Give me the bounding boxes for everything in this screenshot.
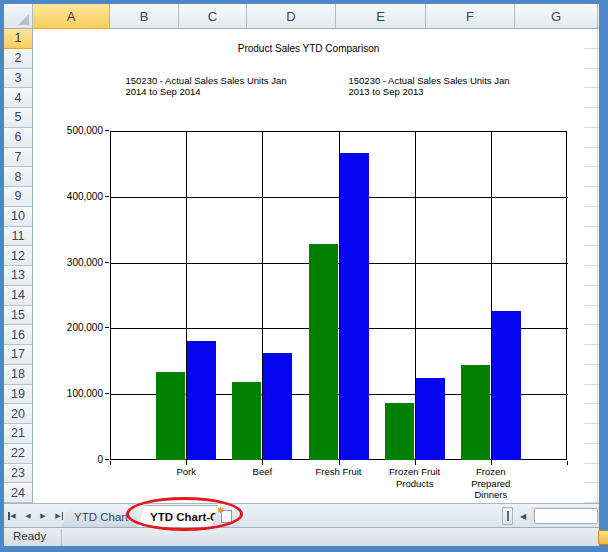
worksheet-horizontal-gridline [584,226,599,227]
worksheet-horizontal-gridline [584,423,599,424]
y-axis-label: 400,000 [33,191,103,202]
worksheet-horizontal-gridline [584,48,599,49]
legend-swatch-green [99,83,119,94]
worksheet-horizontal-gridline [584,384,599,385]
row-header-22[interactable]: 22 [4,444,32,464]
worksheet-horizontal-gridline [584,344,599,345]
bar-s2014-c3[interactable] [385,403,414,460]
x-axis-category-label: Fresh Fruit [310,466,368,478]
row-header-8[interactable]: 8 [4,167,32,187]
legend-label-2013: 150230 - Actual Sales Sales Units Jan 20… [349,75,519,97]
x-axis-tick [339,461,340,465]
select-all-triangle-icon [18,14,29,25]
bar-s2013-c3[interactable] [416,378,445,460]
worksheet-horizontal-gridline [584,127,599,128]
row-header-14[interactable]: 14 [4,286,32,306]
y-axis-tick [105,393,109,394]
x-axis-tick [567,461,568,465]
bar-s2013-c4[interactable] [492,311,521,460]
bar-s2013-c0[interactable] [187,341,216,460]
row-header-10[interactable]: 10 [4,207,32,227]
row-header-5[interactable]: 5 [4,108,32,128]
y-axis-tick [105,196,109,197]
y-axis-label: 100,000 [33,388,103,399]
column-header-c[interactable]: C [179,4,247,28]
bar-s2013-c2[interactable] [340,153,369,460]
x-axis-category-label: Frozen Prepared Dinners [462,466,520,501]
row-header-20[interactable]: 20 [4,404,32,424]
worksheet-horizontal-gridline [584,482,599,483]
excel-window: ABCDEFG 12345678910111213141516171819202… [0,0,608,552]
x-axis-category-label: Frozen Fruit Products [386,466,444,489]
legend-label-2014: 150230 - Actual Sales Sales Units Jan 20… [126,75,296,97]
chart-title: Product Sales YTD Comparison [33,43,584,54]
status-separator [61,529,62,546]
status-bar: Ready [4,527,599,546]
row-header-18[interactable]: 18 [4,365,32,385]
insert-worksheet-icon: ✱ [221,510,232,523]
column-header-bar: ABCDEFG [4,4,599,29]
row-header-column: 123456789101112131415161718192021222324 [4,29,33,503]
row-header-17[interactable]: 17 [4,345,32,365]
legend-swatch-blue [322,83,342,94]
first-sheet-button[interactable]: ◀ [7,508,19,524]
horizontal-scrollbar-track[interactable] [531,507,599,525]
row-header-2[interactable]: 2 [4,49,32,69]
next-sheet-button[interactable]: ▶ [37,508,49,524]
view-shortcut-icon[interactable] [598,530,608,545]
bar-s2013-c1[interactable] [263,353,292,460]
row-header-4[interactable]: 4 [4,88,32,108]
worksheet-horizontal-gridline [584,463,599,464]
column-header-f[interactable]: F [426,4,515,28]
chart-legend: 150230 - Actual Sales Sales Units Jan 20… [33,75,584,97]
row-header-11[interactable]: 11 [4,227,32,247]
row-header-23[interactable]: 23 [4,464,32,484]
row-header-3[interactable]: 3 [4,69,32,89]
worksheet-vertical-gridline [597,29,598,503]
select-all-button[interactable] [4,4,33,28]
column-header-b[interactable]: B [110,4,179,28]
x-axis-tick [262,461,263,465]
x-axis-category-label: Pork [157,466,215,478]
row-header-15[interactable]: 15 [4,306,32,326]
worksheet-horizontal-gridline [584,285,599,286]
column-header-e[interactable]: E [336,4,426,28]
column-header-d[interactable]: D [247,4,336,28]
y-axis-label: 300,000 [33,257,103,268]
worksheet-horizontal-gridline [584,166,599,167]
bar-s2014-c4[interactable] [461,365,490,460]
row-header-6[interactable]: 6 [4,128,32,148]
row-header-13[interactable]: 13 [4,266,32,286]
row-header-1[interactable]: 1 [4,29,32,49]
row-header-7[interactable]: 7 [4,148,32,168]
horizontal-scrollbar-thumb[interactable] [534,508,598,524]
x-axis-tick [110,461,111,465]
y-axis-label: 200,000 [33,322,103,333]
last-sheet-button[interactable]: ▶ [52,508,64,524]
legend-item-2013[interactable]: 150230 - Actual Sales Sales Units Jan 20… [322,75,519,97]
scroll-left-arrow[interactable]: ◀ [516,507,530,525]
worksheet-horizontal-gridline [584,305,599,306]
row-header-16[interactable]: 16 [4,325,32,345]
row-header-12[interactable]: 12 [4,246,32,266]
column-header-a[interactable]: A [33,4,110,29]
worksheet-horizontal-gridline [584,107,599,108]
legend-item-2014[interactable]: 150230 - Actual Sales Sales Units Jan 20… [99,75,296,97]
row-header-19[interactable]: 19 [4,385,32,405]
tab-ytd-chart[interactable]: YTD Chart [62,505,140,528]
tab-splitter-handle[interactable] [502,507,513,525]
bar-s2014-c0[interactable] [156,372,185,460]
column-header-g[interactable]: G [515,4,598,28]
bar-s2014-c2[interactable] [309,244,338,460]
bar-s2014-c1[interactable] [232,382,261,460]
worksheet-gridlines-sliver [584,29,599,503]
y-axis-tick [105,130,109,131]
y-axis-tick [105,327,109,328]
row-header-21[interactable]: 21 [4,424,32,444]
row-header-24[interactable]: 24 [4,483,32,503]
worksheet-horizontal-gridline [584,364,599,365]
previous-sheet-button[interactable]: ◀ [22,508,34,524]
y-axis-label: 0 [33,454,103,465]
worksheet-horizontal-gridline [584,206,599,207]
row-header-9[interactable]: 9 [4,187,32,207]
